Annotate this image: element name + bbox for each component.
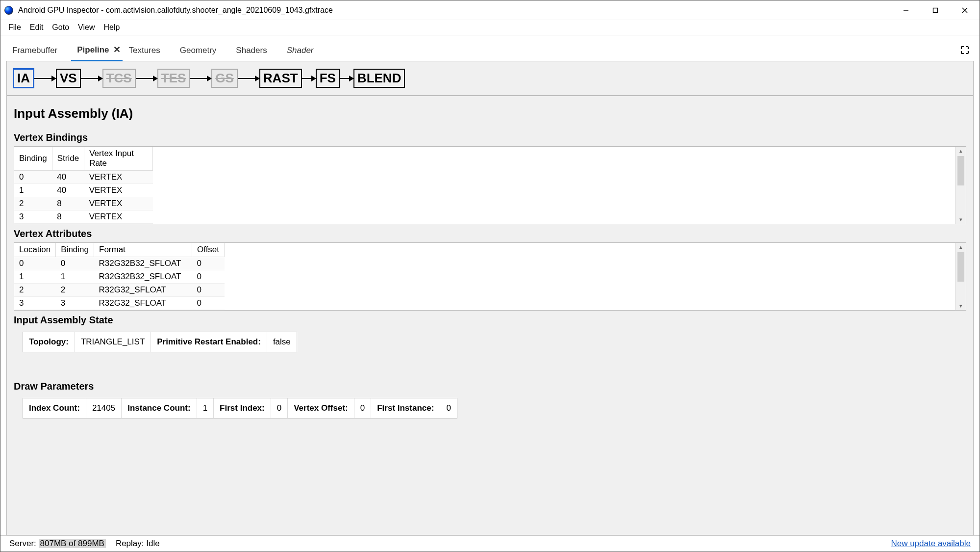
close-icon bbox=[961, 7, 968, 14]
scroll-thumb[interactable] bbox=[957, 252, 964, 282]
vertex-attributes-table: Location Binding Format Offset 00R32G32B… bbox=[14, 242, 966, 311]
table-row[interactable]: 38VERTEX bbox=[14, 210, 153, 224]
tab-geometry[interactable]: Geometry bbox=[174, 41, 230, 60]
vertex-bindings-table: Binding Stride Vertex Input Rate 040VERT… bbox=[14, 146, 966, 224]
arrow-icon bbox=[34, 78, 56, 79]
server-memory: 807MB of 899MB bbox=[39, 539, 106, 548]
pipeline-stage-bar: IA VS TCS TES GS RAST FS BLEND bbox=[7, 61, 973, 96]
pipeline-details: Input Assembly (IA) Vertex Bindings Bind… bbox=[7, 96, 973, 421]
primitive-restart-value: false bbox=[267, 332, 297, 352]
status-bar: Server: 807MB of 899MB Replay: Idle New … bbox=[0, 535, 980, 552]
menu-help[interactable]: Help bbox=[100, 22, 124, 33]
vertex-offset-value: 0 bbox=[354, 398, 371, 418]
first-index-label: First Index: bbox=[214, 398, 271, 418]
arrow-icon bbox=[340, 78, 353, 79]
index-count-label: Index Count: bbox=[23, 398, 86, 418]
table-header-row: Location Binding Format Offset bbox=[14, 243, 225, 257]
file-name: com.activision.callofduty.shooter_angle_… bbox=[106, 6, 333, 14]
instance-count-label: Instance Count: bbox=[122, 398, 197, 418]
tab-shaders[interactable]: Shaders bbox=[230, 41, 280, 60]
first-index-value: 0 bbox=[271, 398, 288, 418]
table-row[interactable]: 040VERTEX bbox=[14, 171, 153, 184]
stage-ia[interactable]: IA bbox=[13, 68, 34, 88]
app-name: Android GPU Inspector bbox=[18, 6, 99, 14]
scroll-down-icon[interactable]: ▾ bbox=[959, 215, 962, 224]
stage-tcs[interactable]: TCS bbox=[102, 69, 136, 88]
table-row[interactable]: 22R32G32_SFLOAT0 bbox=[14, 284, 225, 297]
first-instance-label: First Instance: bbox=[371, 398, 440, 418]
vertex-offset-label: Vertex Offset: bbox=[288, 398, 354, 418]
table-header-row: Binding Stride Vertex Input Rate bbox=[14, 147, 153, 171]
app-window: Android GPU Inspector - com.activision.c… bbox=[0, 0, 980, 552]
menu-goto[interactable]: Goto bbox=[48, 22, 73, 33]
section-input-assembly-state: Input Assembly State bbox=[14, 311, 966, 329]
topology-label: Topology: bbox=[23, 332, 75, 352]
index-count-value: 21405 bbox=[86, 398, 122, 418]
section-vertex-bindings: Vertex Bindings bbox=[14, 128, 966, 146]
topology-value: TRIANGLE_LIST bbox=[75, 332, 151, 352]
window-controls bbox=[891, 0, 980, 20]
draw-parameters-table: Index Count: 21405 Instance Count: 1 Fir… bbox=[23, 398, 457, 419]
collapse-button[interactable] bbox=[956, 42, 974, 59]
table-row[interactable]: 33R32G32_SFLOAT0 bbox=[14, 297, 225, 310]
tab-textures[interactable]: Textures bbox=[123, 41, 174, 60]
title-bar: Android GPU Inspector - com.activision.c… bbox=[0, 0, 980, 20]
instance-count-value: 1 bbox=[197, 398, 214, 418]
scrollbar[interactable]: ▴ ▾ bbox=[955, 243, 966, 310]
tab-close-button[interactable]: ✕ bbox=[113, 44, 121, 55]
close-button[interactable] bbox=[950, 0, 980, 20]
tab-pipeline[interactable]: Pipeline ✕ bbox=[71, 40, 123, 61]
scroll-thumb[interactable] bbox=[957, 156, 964, 185]
arrow-icon bbox=[136, 78, 157, 79]
content-area: Framebuffer Pipeline ✕ Textures Geometry… bbox=[0, 35, 980, 535]
primitive-restart-label: Primitive Restart Enabled: bbox=[151, 332, 267, 352]
maximize-icon bbox=[932, 7, 939, 14]
table-row[interactable]: 11R32G32B32_SFLOAT0 bbox=[14, 270, 225, 284]
update-link[interactable]: New update available bbox=[891, 539, 971, 548]
scroll-up-icon[interactable]: ▴ bbox=[959, 243, 962, 251]
stage-vs[interactable]: VS bbox=[56, 69, 81, 88]
status-server: Server: 807MB of 899MB bbox=[4, 538, 111, 550]
input-assembly-state-table: Topology: TRIANGLE_LIST Primitive Restar… bbox=[23, 332, 297, 352]
arrow-icon bbox=[238, 78, 259, 79]
app-icon bbox=[4, 6, 13, 15]
page-title: Input Assembly (IA) bbox=[14, 103, 966, 128]
menu-bar: File Edit Goto View Help bbox=[0, 20, 980, 35]
collapse-icon bbox=[960, 45, 970, 55]
tab-framebuffer[interactable]: Framebuffer bbox=[6, 41, 71, 60]
arrow-icon bbox=[302, 78, 316, 79]
minimize-button[interactable] bbox=[891, 0, 921, 20]
stage-blend[interactable]: BLEND bbox=[353, 69, 405, 88]
stage-gs[interactable]: GS bbox=[211, 69, 238, 88]
status-replay: Replay: Idle bbox=[111, 538, 165, 550]
minimize-icon bbox=[903, 7, 909, 14]
table-row[interactable]: 00R32G32B32_SFLOAT0 bbox=[14, 257, 225, 270]
pipeline-panel: IA VS TCS TES GS RAST FS BLEND Input Ass… bbox=[6, 61, 974, 535]
scrollbar[interactable]: ▴ ▾ bbox=[955, 147, 966, 224]
stage-rast[interactable]: RAST bbox=[259, 69, 302, 88]
section-draw-parameters: Draw Parameters bbox=[14, 377, 966, 395]
first-instance-value: 0 bbox=[440, 398, 456, 418]
scroll-down-icon[interactable]: ▾ bbox=[959, 302, 962, 310]
svg-rect-1 bbox=[933, 8, 938, 12]
menu-view[interactable]: View bbox=[74, 22, 99, 33]
stage-tes[interactable]: TES bbox=[157, 69, 190, 88]
stage-fs[interactable]: FS bbox=[316, 69, 340, 88]
status-update: New update available bbox=[886, 538, 976, 550]
menu-edit[interactable]: Edit bbox=[26, 22, 48, 33]
replay-state: Idle bbox=[146, 539, 159, 548]
scroll-up-icon[interactable]: ▴ bbox=[959, 147, 962, 155]
arrow-icon bbox=[190, 78, 211, 79]
arrow-icon bbox=[81, 78, 102, 79]
menu-file[interactable]: File bbox=[4, 22, 25, 33]
table-row[interactable]: 28VERTEX bbox=[14, 197, 153, 210]
table-row[interactable]: 140VERTEX bbox=[14, 184, 153, 197]
tab-bar: Framebuffer Pipeline ✕ Textures Geometry… bbox=[6, 40, 974, 61]
tab-shader[interactable]: Shader bbox=[281, 41, 327, 60]
maximize-button[interactable] bbox=[921, 0, 950, 20]
section-vertex-attributes: Vertex Attributes bbox=[14, 224, 966, 242]
window-title: Android GPU Inspector - com.activision.c… bbox=[16, 6, 891, 15]
